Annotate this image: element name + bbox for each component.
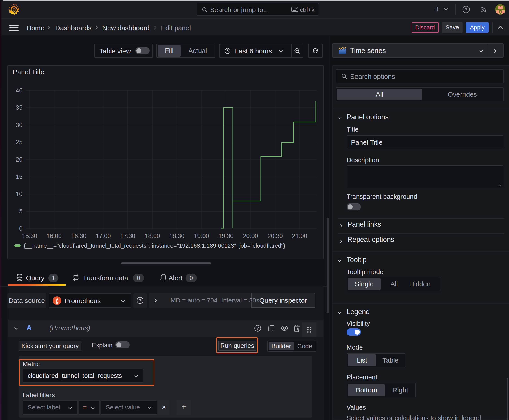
svg-text:21:00: 21:00: [292, 233, 307, 239]
svg-text:19:30: 19:30: [218, 233, 234, 239]
svg-text:{__name__="cloudflared_tunnel_: {__name__="cloudflared_tunnel_total_requ…: [24, 242, 285, 249]
svg-text:16:00: 16:00: [46, 233, 62, 239]
svg-text:5: 5: [19, 208, 23, 215]
svg-text:20:30: 20:30: [267, 233, 283, 239]
svg-text:25: 25: [16, 139, 23, 146]
svg-text:17:30: 17:30: [120, 233, 135, 239]
svg-text:20:00: 20:00: [243, 233, 258, 239]
svg-text:18:30: 18:30: [169, 233, 184, 239]
svg-text:17:00: 17:00: [96, 233, 111, 239]
svg-text:20: 20: [16, 156, 23, 163]
svg-text:19:00: 19:00: [194, 233, 209, 239]
svg-text:15:30: 15:30: [22, 233, 37, 239]
svg-text:0: 0: [19, 225, 23, 232]
svg-text:10: 10: [16, 191, 23, 197]
svg-text:40: 40: [16, 87, 23, 94]
svg-text:35: 35: [16, 104, 23, 111]
svg-text:18:00: 18:00: [145, 233, 160, 239]
svg-text:?: ?: [465, 7, 467, 12]
svg-text:30: 30: [16, 122, 23, 128]
svg-text:?: ?: [257, 326, 259, 331]
svg-text:15: 15: [16, 173, 23, 180]
svg-text:16:30: 16:30: [71, 233, 86, 239]
svg-text:?: ?: [139, 298, 141, 303]
